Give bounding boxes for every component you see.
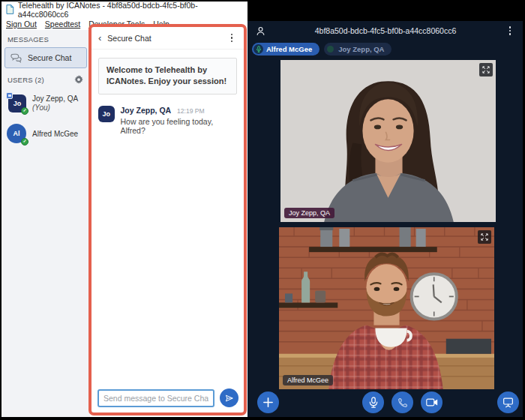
user-name: Joy Zepp, QA (You) xyxy=(32,94,85,112)
microphone-icon xyxy=(368,397,379,408)
gear-icon[interactable] xyxy=(74,75,84,85)
user-name: Alfred McGee xyxy=(32,130,78,139)
kebab-menu-icon[interactable] xyxy=(505,25,515,37)
secure-chat-panel: ‹ Secure Chat Welcome to Telehealth by I… xyxy=(88,24,247,416)
video-label-joy: Joy Zepp, QA xyxy=(284,208,334,218)
kebab-menu-icon[interactable] xyxy=(226,32,237,44)
chat-title: Secure Chat xyxy=(107,34,151,43)
user-list-item-joy[interactable]: Jo ✓ Joy Zepp, QA (You) xyxy=(2,88,90,118)
menu-sign-out[interactable]: Sign Out xyxy=(6,20,37,28)
send-icon xyxy=(224,393,235,404)
chat-header: ‹ Secure Chat xyxy=(92,27,244,50)
phone-icon xyxy=(398,398,408,408)
alfred-video-feed xyxy=(279,227,494,389)
sidebar-item-secure-chat[interactable]: Secure Chat xyxy=(4,47,87,68)
telehealth-window: Telehealth by ICANotes - 4bf8a50d-bdcb-4… xyxy=(2,2,248,417)
video-tile-alfred: Alfred McGee xyxy=(279,227,494,389)
avatar-alfred: Al ✓ xyxy=(7,124,27,144)
back-chevron-icon[interactable]: ‹ xyxy=(98,33,101,43)
status-online-icon: ✓ xyxy=(21,107,28,115)
phone-button[interactable] xyxy=(392,392,413,413)
chat-message: Jo Joy Zepp, QA 12:19 PM How are you fee… xyxy=(98,106,237,135)
message-text: How are you feeling today, Alfred? xyxy=(121,117,238,135)
message-author: Joy Zepp, QA xyxy=(121,106,172,115)
messages-section-label: MESSAGES xyxy=(2,30,90,47)
send-button[interactable] xyxy=(220,388,238,407)
sidebar-item-label: Secure Chat xyxy=(28,53,71,62)
chat-message-list: Welcome to Telehealth by ICANotes. Enjoy… xyxy=(92,50,244,382)
add-button[interactable] xyxy=(257,392,279,413)
person-icon[interactable] xyxy=(255,26,266,37)
participant-name: Alfred McGee xyxy=(266,45,312,53)
message-timestamp: 12:19 PM xyxy=(177,107,204,115)
microphone-button[interactable] xyxy=(362,392,384,413)
camera-button[interactable] xyxy=(421,392,442,413)
participant-name: Joy Zepp, QA xyxy=(338,45,384,53)
device-badge-icon xyxy=(6,92,13,99)
window-titlebar: Telehealth by ICANotes - 4bf8a50d-bdcb-4… xyxy=(2,2,248,17)
presence-dot-icon xyxy=(327,46,334,52)
call-surface: 4bf8a50d-bdcb-4fc5-bf0b-a44cc8060cc6 Alf… xyxy=(248,21,523,417)
expand-icon xyxy=(480,232,489,242)
welcome-message: Welcome to Telehealth by ICANotes. Enjoy… xyxy=(98,58,237,94)
call-header: 4bf8a50d-bdcb-4fc5-bf0b-a44cc8060cc6 xyxy=(248,21,523,40)
window-title: Telehealth by ICANotes - 4bf8a50d-bdcb-4… xyxy=(18,2,243,19)
participant-pill-joy[interactable]: Joy Zepp, QA xyxy=(324,43,392,56)
video-label-alfred: Alfred McGee xyxy=(283,375,333,386)
camera-icon xyxy=(426,398,438,407)
joy-video-feed xyxy=(280,60,496,222)
status-online-icon: ✓ xyxy=(21,138,28,146)
message-avatar: Jo xyxy=(98,106,115,122)
chat-input-row xyxy=(98,388,238,407)
document-icon xyxy=(6,4,14,14)
video-call-panel: 4bf8a50d-bdcb-4fc5-bf0b-a44cc8060cc6 Alf… xyxy=(248,0,525,420)
chat-message-input[interactable] xyxy=(98,389,214,407)
telehealth-app: Telehealth by ICANotes - 4bf8a50d-bdcb-4… xyxy=(0,0,525,420)
fullscreen-button[interactable] xyxy=(479,63,493,76)
screen-share-icon xyxy=(502,397,514,408)
participant-pill-alfred[interactable]: Alfred McGee xyxy=(252,43,320,56)
video-tile-joy: Joy Zepp, QA xyxy=(280,60,496,222)
participant-pills: Alfred McGee Joy Zepp, QA xyxy=(248,40,523,56)
session-id: 4bf8a50d-bdcb-4fc5-bf0b-a44cc8060cc6 xyxy=(266,26,505,35)
users-section-header: USERS (2) xyxy=(2,68,90,88)
sidebar: MESSAGES Secure Chat USERS (2) Jo xyxy=(2,30,90,417)
microphone-icon xyxy=(254,44,263,54)
avatar-joy: Jo ✓ xyxy=(7,93,27,113)
chat-bubbles-icon xyxy=(10,52,23,64)
call-toolbar xyxy=(248,392,523,414)
fullscreen-button[interactable] xyxy=(478,230,491,244)
expand-icon xyxy=(482,65,490,74)
user-list-item-alfred[interactable]: Al ✓ Alfred McGee xyxy=(2,118,90,149)
screen-share-button[interactable] xyxy=(497,392,519,413)
users-section-label: USERS (2) xyxy=(8,76,44,84)
menu-speedtest[interactable]: Speedtest xyxy=(45,20,80,28)
you-suffix: (You) xyxy=(32,104,50,112)
plus-icon xyxy=(262,397,274,408)
